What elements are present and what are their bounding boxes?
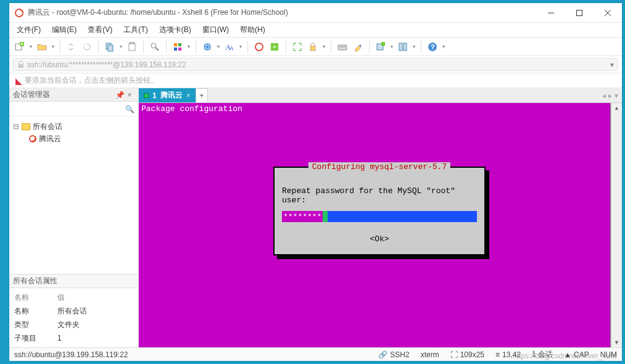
new-session-icon[interactable] [13,40,27,54]
folder-icon [22,123,30,130]
password-field[interactable]: ******** [282,211,477,222]
separator [196,41,196,53]
separator [286,41,286,53]
terminal-scrollbar[interactable]: ▲ ▼ [611,103,622,347]
chevron-down-icon[interactable]: ▾ [321,44,326,49]
ok-button[interactable]: <Ok> [278,234,481,244]
svg-rect-35 [19,64,23,68]
pin-icon[interactable]: 📌 [115,91,125,99]
chevron-down-icon[interactable]: ▾ [28,44,33,49]
tab-next-icon[interactable]: ▸ [608,91,612,100]
open-session-icon[interactable] [35,40,49,54]
tab-index: 1 [152,91,157,100]
highlight-icon[interactable] [351,40,365,54]
bookmark-icon[interactable]: ◣ [15,76,22,86]
separator [369,41,370,53]
session-icon [29,135,36,143]
tree-root[interactable]: ⊟ 所有会话 [13,120,135,133]
session-manager-header: 会话管理器 📌 × [9,88,138,102]
scroll-down-icon[interactable]: ▼ [611,337,622,347]
props-row: 名称 所有会话 [14,304,133,318]
new-tab-icon[interactable] [374,40,387,54]
layout-icon[interactable] [171,40,184,54]
menu-window[interactable]: 窗口(W) [199,23,233,36]
lock-icon[interactable] [306,40,320,54]
keyboard-icon[interactable] [336,40,349,54]
xftp-icon[interactable] [268,40,281,54]
props-col-name: 名称 [14,292,57,303]
fullscreen-icon[interactable] [291,40,304,54]
menu-help[interactable]: 帮助(H) [236,23,269,36]
window-controls [537,4,622,22]
paste-icon[interactable] [125,40,139,54]
disconnect-icon[interactable] [80,40,94,54]
reconnect-icon[interactable] [65,40,78,54]
globe-icon[interactable] [201,40,214,54]
svg-rect-10 [108,45,113,51]
svg-point-13 [151,43,156,48]
tree-root-label: 所有会话 [33,122,62,132]
link-icon: 🔗 [378,350,387,359]
menu-tools[interactable]: 工具(T) [120,23,151,36]
xshell-icon[interactable] [252,40,266,54]
svg-text:?: ? [431,43,435,51]
chevron-down-icon[interactable]: ▾ [389,44,394,49]
panel-close-icon[interactable]: × [125,91,135,99]
tab-active[interactable]: 1 腾讯云 × [139,88,196,102]
menubar: 文件(F) 编辑(E) 查看(V) 工具(T) 选项卡(B) 窗口(W) 帮助(… [9,23,622,38]
session-search[interactable]: 🔍 [9,102,138,117]
minimize-button[interactable] [537,4,565,22]
chevron-down-icon[interactable]: ▾ [441,44,446,49]
menu-tab[interactable]: 选项卡(B) [155,23,195,36]
chevron-down-icon[interactable]: ▾ [216,44,221,49]
status-caps-label: CAP [574,350,589,359]
tab-menu-icon[interactable]: ▾ [615,91,618,100]
status-proto-label: SSH2 [390,350,409,359]
chevron-down-icon[interactable]: ▾ [412,44,416,49]
tab-prev-icon[interactable]: ◂ [602,91,606,100]
chevron-down-icon[interactable]: ▾ [186,44,191,49]
copy-icon[interactable] [103,40,117,54]
props-title: 所有会话属性 [13,276,57,286]
help-icon[interactable]: ? [426,40,439,54]
menu-edit[interactable]: 编辑(E) [48,23,80,36]
tabbar: 1 腾讯云 × + ◂ ▸ ▾ [139,88,622,103]
svg-rect-26 [310,46,315,51]
menu-file[interactable]: 文件(F) [13,23,44,36]
session-tree[interactable]: ⊟ 所有会话 腾讯云 [9,117,138,274]
tile-icon[interactable] [396,40,410,54]
scroll-up-icon[interactable]: ▲ [611,103,622,113]
toolbar: ▾ ▾ ▾ ▾ ▾ AA ▾ ▾ ▾ ▾ ? ▾ [9,38,622,56]
svg-rect-31 [399,43,402,51]
chevron-down-icon[interactable]: ▾ [118,44,123,49]
address-input[interactable]: ssh://ubuntu:***************@139.199.158… [13,58,618,71]
find-icon[interactable] [148,40,162,54]
chevron-down-icon[interactable]: ▾ [51,44,56,49]
chevron-down-icon[interactable]: ▾ [238,44,243,49]
tab-close-icon[interactable]: × [186,91,191,100]
tree-item[interactable]: 腾讯云 [13,133,135,145]
status-dot-icon [144,93,149,98]
close-button[interactable] [594,4,622,22]
svg-line-14 [155,48,159,51]
password-value: ******** [282,211,323,222]
maximize-button[interactable] [565,4,594,22]
chevron-down-icon[interactable]: ▾ [610,60,614,69]
size-icon: ⛶ [450,350,458,359]
props-col-value: 值 [57,292,65,303]
font-icon[interactable]: AA [223,40,236,54]
menu-view[interactable]: 查看(V) [84,23,116,36]
terminal-wrap: Package configuration Configuring mysql-… [139,103,622,347]
props-row: 子项目 1 [14,331,133,345]
content: 1 腾讯云 × + ◂ ▸ ▾ Package configuration Co… [139,88,622,347]
terminal[interactable]: Package configuration Configuring mysql-… [139,103,611,347]
tab-add-button[interactable]: + [196,88,208,102]
svg-rect-32 [404,43,407,51]
session-manager-title: 会话管理器 [13,89,50,100]
address-url: ssh://ubuntu:***************@139.199.158… [27,60,186,69]
separator [247,41,248,53]
cursor-pos-icon: ≡ [495,350,500,359]
dialog-prompt: Repeat password for the MySQL "root" use… [282,186,481,205]
collapse-icon[interactable]: ⊟ [13,122,19,131]
separator [60,41,60,53]
